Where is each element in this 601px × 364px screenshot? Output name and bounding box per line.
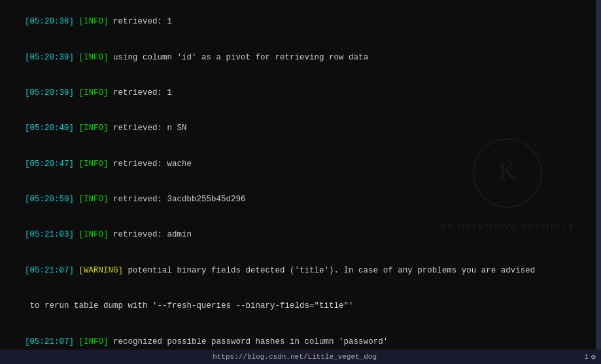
line-retrieved-hash: [05:20:50] [INFO] retrieved: 3acdbb255b4… xyxy=(5,182,596,217)
line-retrieved-wache: [05:20:47] [INFO] retrieved: wache xyxy=(5,146,596,182)
bottom-number: 1 xyxy=(584,353,589,361)
line-retrieved-2: [05:20:39] [INFO] retrieved: 1 xyxy=(5,75,596,110)
line-retrieved-1: [05:20:38] [INFO] retrieved: 1 xyxy=(5,4,596,39)
line-retrieved-n: [05:20:40] [INFO] retrieved: n SN xyxy=(5,110,596,146)
scrollbar[interactable] xyxy=(596,0,601,350)
gear-icon: ⚙ xyxy=(591,352,596,362)
line-warning-binary: [05:21:07] [WARNING] potential binary fi… xyxy=(5,253,596,288)
bottom-url: https://blog.csdn.net/Little_veget_dog xyxy=(213,353,377,361)
line-using-column: [05:20:39] [INFO] using column 'id' as a… xyxy=(5,39,596,74)
line-retrieved-admin: [05:21:03] [INFO] retrieved: admin xyxy=(5,217,596,252)
line-warning-rerun: to rerun table dump with '--fresh-querie… xyxy=(5,288,596,323)
bottom-bar: https://blog.csdn.net/Little_veget_dog 1… xyxy=(0,350,601,364)
terminal-window: K BY OFFENSIVE SECURITY [05:20:38] [INFO… xyxy=(0,0,601,364)
